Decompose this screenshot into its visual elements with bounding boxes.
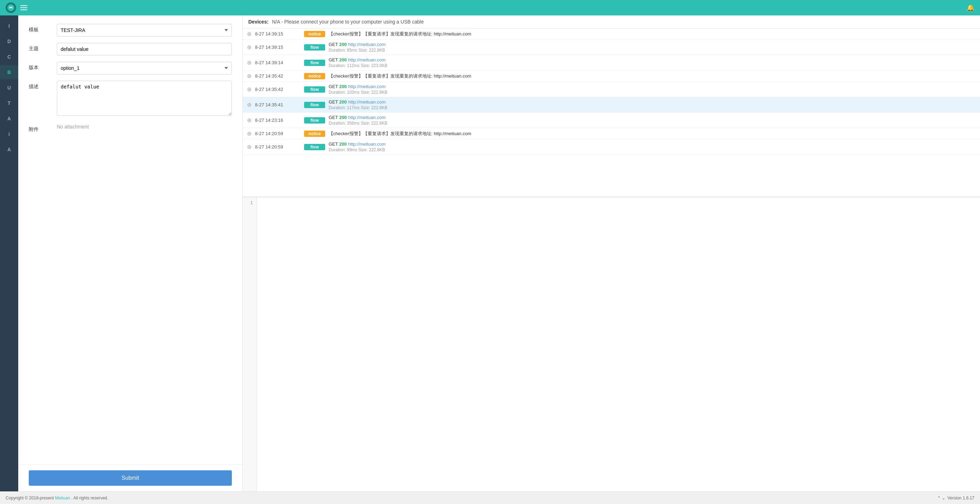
expand-icon[interactable]: ⊕ <box>247 86 251 93</box>
submit-button[interactable]: Submit <box>29 470 232 486</box>
footer-version: ⌃ ⌄ Version 1.6.17 <box>937 496 974 501</box>
traffic-time: 8-27 14:20:59 <box>255 131 301 136</box>
traffic-url[interactable]: http://meituan.com <box>348 99 385 105</box>
description-textarea[interactable]: defalut value <box>57 81 232 116</box>
traffic-sub: Duration: 85ms Size: 222.8KB <box>329 48 976 53</box>
traffic-badge: flow <box>304 102 325 108</box>
sidebar-item-D[interactable]: D <box>0 34 18 48</box>
traffic-url[interactable]: http://meituan.com <box>348 142 385 147</box>
traffic-badge: notice <box>304 31 325 37</box>
traffic-url[interactable]: http://meituan.com <box>348 57 385 62</box>
footer-copyright: Copyright © 2018-present Meituan . All r… <box>6 496 108 501</box>
traffic-time: 8-27 14:35:42 <box>255 73 301 79</box>
svg-point-1 <box>10 7 11 8</box>
traffic-info: GET 200 http://meituan.comDuration: 356m… <box>329 115 976 126</box>
traffic-info: 【checker报警】【重复请求】发现重复的请求地址: http://meitu… <box>329 31 976 37</box>
subject-input[interactable] <box>57 43 232 56</box>
sidebar-item-C[interactable]: C <box>0 50 18 64</box>
traffic-row[interactable]: ⊕8-27 14:20:59notice【checker报警】【重复请求】发现重… <box>243 128 980 139</box>
svg-point-2 <box>11 7 13 8</box>
subject-label: 主题 <box>29 43 57 52</box>
traffic-list[interactable]: ⊕8-27 14:39:15notice【checker报警】【重复请求】发现重… <box>243 29 980 197</box>
traffic-sub: Duration: 117ms Size: 222.8KB <box>329 105 976 110</box>
traffic-row[interactable]: ⊕8-27 14:39:14flowGET 200 http://meituan… <box>243 55 980 70</box>
traffic-sub: Duration: 103ms Size: 222.8KB <box>329 90 976 95</box>
topbar-left <box>6 2 27 13</box>
template-select[interactable]: TEST-JIRA <box>57 24 232 37</box>
traffic-info: GET 200 http://meituan.comDuration: 117m… <box>329 99 976 110</box>
traffic-badge: flow <box>304 44 325 51</box>
traffic-info: GET 200 http://meituan.comDuration: 85ms… <box>329 42 976 53</box>
traffic-main: GET 200 http://meituan.com <box>329 99 976 105</box>
expand-icon[interactable]: ⊕ <box>247 59 251 66</box>
traffic-sub: Duration: 99ms Size: 222.8KB <box>329 147 976 152</box>
sidebar-item-A2[interactable]: A <box>0 142 18 156</box>
hamburger-menu[interactable] <box>20 5 27 10</box>
expand-icon[interactable]: ⊕ <box>247 130 251 137</box>
traffic-main: GET 200 http://meituan.com <box>329 84 976 89</box>
sidebar-item-I[interactable]: I <box>0 19 18 33</box>
traffic-time: 8-27 14:39:15 <box>255 31 301 37</box>
version-label: 版本 <box>29 62 57 71</box>
traffic-row[interactable]: ⊕8-27 14:35:42flowGET 200 http://meituan… <box>243 82 980 97</box>
traffic-badge: notice <box>304 73 325 79</box>
attachment-field: No attachment <box>57 124 232 130</box>
devices-label: Devices: <box>248 19 269 25</box>
right-panel: Devices: N/A - Please connect your phone… <box>243 16 980 491</box>
expand-icon[interactable]: ⊕ <box>247 44 251 51</box>
traffic-url[interactable]: http://meituan.com <box>348 84 385 89</box>
expand-icon[interactable]: ⊕ <box>247 117 251 124</box>
method-label: GET <box>329 42 339 47</box>
code-content[interactable] <box>257 197 980 491</box>
expand-icon[interactable]: ⊕ <box>247 101 251 108</box>
traffic-row[interactable]: ⊕8-27 14:39:15flowGET 200 http://meituan… <box>243 40 980 55</box>
status-code: 200 <box>339 42 348 47</box>
expand-icon[interactable]: ⊕ <box>247 73 251 79</box>
attachment-label: 附件 <box>29 124 57 133</box>
version-field: option_1 option_2 <box>57 62 232 74</box>
traffic-main: GET 200 http://meituan.com <box>329 57 976 62</box>
sidebar: I D C B U T A i A <box>0 16 18 491</box>
description-label: 描述 <box>29 81 57 90</box>
status-code: 200 <box>339 84 348 89</box>
traffic-badge: flow <box>304 60 325 66</box>
sidebar-item-A[interactable]: A <box>0 112 18 126</box>
version-select[interactable]: option_1 option_2 <box>57 62 232 74</box>
traffic-row[interactable]: ⊕8-27 14:20:59flowGET 200 http://meituan… <box>243 139 980 155</box>
traffic-url[interactable]: http://meituan.com <box>348 115 385 120</box>
traffic-main: GET 200 http://meituan.com <box>329 115 976 120</box>
sidebar-item-i[interactable]: i <box>0 127 18 141</box>
expand-icon[interactable]: ⊕ <box>247 144 251 150</box>
footer: Copyright © 2018-present Meituan . All r… <box>0 491 980 504</box>
description-field: defalut value <box>57 81 232 117</box>
sidebar-item-U[interactable]: U <box>0 81 18 95</box>
sidebar-item-T[interactable]: T <box>0 96 18 110</box>
traffic-row[interactable]: ⊕8-27 14:35:41flowGET 200 http://meituan… <box>243 97 980 113</box>
expand-icon[interactable]: ⊕ <box>247 30 251 37</box>
bell-icon[interactable]: 🔔 <box>967 4 974 11</box>
main-layout: I D C B U T A i A 模板 TEST-JIRA 主题 <box>0 16 980 491</box>
traffic-time: 8-27 14:39:14 <box>255 60 301 65</box>
status-code: 200 <box>339 142 348 147</box>
sidebar-item-B[interactable]: B <box>0 65 18 79</box>
traffic-main: 【checker报警】【重复请求】发现重复的请求地址: http://meitu… <box>329 73 976 79</box>
traffic-url[interactable]: http://meituan.com <box>348 42 385 47</box>
traffic-time: 8-27 14:35:41 <box>255 102 301 107</box>
traffic-time: 8-27 14:23:16 <box>255 118 301 123</box>
traffic-row[interactable]: ⊕8-27 14:39:15notice【checker报警】【重复请求】发现重… <box>243 29 980 40</box>
traffic-row[interactable]: ⊕8-27 14:35:42notice【checker报警】【重复请求】发现重… <box>243 70 980 82</box>
form-row-template: 模板 TEST-JIRA <box>29 24 232 37</box>
traffic-row[interactable]: ⊕8-27 14:23:16flowGET 200 http://meituan… <box>243 113 980 128</box>
footer-company-link[interactable]: Meituan <box>55 496 70 501</box>
traffic-info: 【checker报警】【重复请求】发现重复的请求地址: http://meitu… <box>329 131 976 137</box>
method-label: GET <box>329 99 339 105</box>
form-panel: 模板 TEST-JIRA 主题 版本 option_1 o <box>18 16 243 491</box>
topbar: 🔔 <box>0 0 980 16</box>
submit-area: Submit <box>18 464 242 491</box>
traffic-main: GET 200 http://meituan.com <box>329 142 976 147</box>
method-label: GET <box>329 84 339 89</box>
attachment-value: No attachment <box>57 121 89 129</box>
traffic-main: GET 200 http://meituan.com <box>329 42 976 47</box>
form-content: 模板 TEST-JIRA 主题 版本 option_1 o <box>18 16 242 464</box>
method-label: GET <box>329 57 339 62</box>
